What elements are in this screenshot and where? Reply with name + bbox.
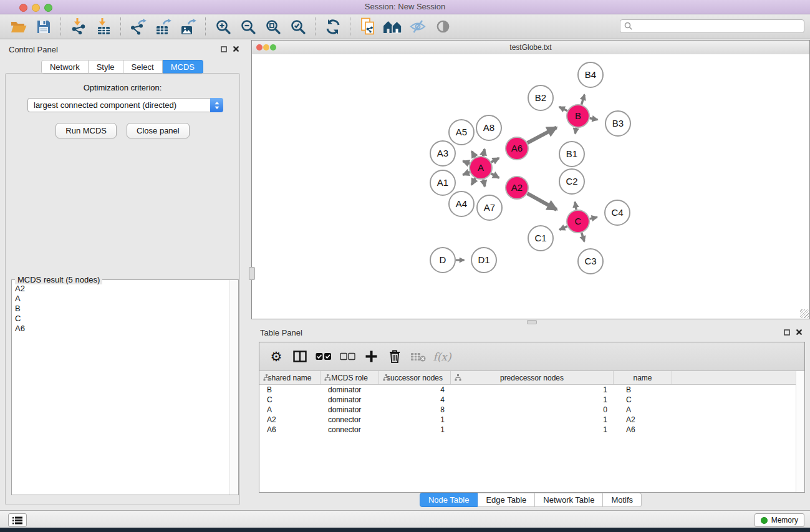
- table-row[interactable]: Bdominator41B: [259, 385, 796, 395]
- node-C[interactable]: C: [567, 210, 589, 233]
- horizontal-splitter-grip[interactable]: [527, 320, 537, 324]
- edge-C-C2[interactable]: [575, 202, 576, 210]
- memory-button[interactable]: Memory: [755, 513, 804, 527]
- column-header-MCDS-role[interactable]: MCDS role: [321, 371, 379, 384]
- zoom-selected-button[interactable]: [286, 16, 311, 37]
- mcds-result-item[interactable]: A2: [12, 284, 229, 294]
- node-A2[interactable]: A2: [506, 177, 528, 199]
- edge-B-B2[interactable]: [559, 107, 567, 110]
- column-header-shared-name[interactable]: shared name: [259, 371, 321, 384]
- node-A3[interactable]: A3: [430, 141, 455, 166]
- delete-table-button[interactable]: [407, 346, 430, 367]
- mcds-result-item[interactable]: C: [12, 314, 229, 324]
- column-header-successor-nodes[interactable]: successor nodes: [379, 371, 451, 384]
- criterion-dropdown[interactable]: largest connected component (directed): [27, 98, 223, 112]
- table-row[interactable]: Cdominator41C: [259, 395, 796, 405]
- search-box[interactable]: [620, 19, 804, 33]
- edge-A-A4[interactable]: [471, 178, 475, 185]
- tab-edge-table[interactable]: Edge Table: [478, 493, 535, 507]
- node-C2[interactable]: C2: [559, 169, 584, 194]
- tab-select[interactable]: Select: [123, 60, 163, 74]
- edge-A6-B[interactable]: [528, 127, 557, 143]
- close-table-panel-icon[interactable]: [796, 329, 803, 336]
- open-session-button[interactable]: [6, 16, 31, 37]
- edge-A-A2[interactable]: [491, 173, 499, 178]
- tab-network-table[interactable]: Network Table: [535, 493, 603, 507]
- deselect-all-button[interactable]: [335, 346, 359, 367]
- zoom-fit-button[interactable]: [261, 16, 286, 37]
- float-table-panel-icon[interactable]: [784, 329, 790, 336]
- show-all-views-button[interactable]: [380, 16, 405, 37]
- mcds-result-list[interactable]: A2ABCA6: [12, 284, 229, 494]
- edge-A-A3[interactable]: [463, 161, 470, 163]
- table-scrollbar[interactable]: [796, 371, 804, 492]
- export-network-button[interactable]: [126, 16, 151, 37]
- select-all-button[interactable]: [312, 346, 335, 367]
- node-B2[interactable]: B2: [528, 85, 553, 110]
- mcds-result-item[interactable]: B: [12, 304, 229, 314]
- import-table-button[interactable]: [91, 16, 116, 37]
- zoom-in-button[interactable]: [211, 16, 236, 37]
- column-header-predecessor-nodes[interactable]: predecessor nodes: [451, 371, 614, 384]
- add-row-button[interactable]: [359, 346, 383, 367]
- delete-row-button[interactable]: [383, 346, 407, 367]
- edge-C-C3[interactable]: [582, 233, 584, 241]
- run-mcds-button[interactable]: Run MCDS: [55, 123, 117, 138]
- save-session-button[interactable]: [31, 16, 56, 37]
- table-row[interactable]: A2connector11A2: [259, 415, 796, 425]
- node-B3[interactable]: B3: [605, 111, 630, 136]
- node-A6[interactable]: A6: [506, 137, 528, 160]
- tab-node-table[interactable]: Node Table: [420, 493, 478, 507]
- network-canvas[interactable]: B4B2BB3B1A5A8A6A3AA1A4A7A2C2CC4C1C3DD1: [252, 54, 809, 319]
- dropdown-stepper[interactable]: [210, 98, 223, 112]
- hide-views-button[interactable]: [405, 16, 430, 37]
- node-A1[interactable]: A1: [430, 170, 455, 195]
- panel-splitter-grip[interactable]: [249, 267, 255, 280]
- edge-A-A6[interactable]: [491, 158, 499, 162]
- column-header-name[interactable]: name: [614, 371, 672, 384]
- node-D1[interactable]: D1: [471, 248, 496, 273]
- node-B[interactable]: B: [567, 105, 589, 127]
- mcds-list-scrollbar[interactable]: [229, 280, 238, 495]
- mcds-result-item[interactable]: A: [12, 294, 229, 304]
- export-image-button[interactable]: [176, 16, 201, 37]
- node-C1[interactable]: C1: [528, 226, 553, 251]
- birds-eye-view-button[interactable]: [430, 16, 455, 37]
- node-C3[interactable]: C3: [578, 249, 603, 274]
- node-A5[interactable]: A5: [449, 120, 474, 145]
- table-row[interactable]: Adominator80A: [259, 405, 796, 415]
- zoom-out-button[interactable]: [236, 16, 261, 37]
- edge-A-A8[interactable]: [483, 149, 485, 156]
- node-A8[interactable]: A8: [476, 115, 501, 140]
- function-builder-button[interactable]: f(x): [430, 346, 454, 367]
- edge-B-B4[interactable]: [582, 95, 585, 105]
- edge-C-C1[interactable]: [559, 226, 567, 230]
- close-panel-icon[interactable]: [233, 46, 239, 52]
- window-resize-grip[interactable]: [800, 309, 809, 318]
- float-panel-icon[interactable]: [221, 46, 227, 52]
- node-B1[interactable]: B1: [559, 142, 584, 167]
- node-C4[interactable]: C4: [605, 200, 630, 225]
- clone-network-button[interactable]: [355, 16, 380, 37]
- export-table-button[interactable]: [151, 16, 176, 37]
- node-A[interactable]: A: [470, 157, 492, 179]
- network-graph[interactable]: B4B2BB3B1A5A8A6A3AA1A4A7A2C2CC4C1C3DD1: [252, 54, 809, 319]
- edge-B-B1[interactable]: [575, 128, 576, 133]
- edge-A-A7[interactable]: [483, 180, 485, 186]
- import-network-button[interactable]: [66, 16, 91, 37]
- node-D[interactable]: D: [430, 248, 455, 273]
- search-input[interactable]: [633, 21, 804, 32]
- refresh-layout-button[interactable]: [321, 16, 345, 37]
- mcds-result-item[interactable]: A6: [12, 324, 229, 334]
- close-panel-button[interactable]: Close panel: [127, 123, 190, 138]
- task-history-button[interactable]: [8, 513, 27, 527]
- table-row[interactable]: A6connector11A6: [259, 425, 796, 435]
- tab-mcds[interactable]: MCDS: [163, 60, 203, 74]
- show-columns-button[interactable]: [288, 346, 312, 367]
- edge-A-A5[interactable]: [472, 152, 475, 158]
- edge-C-C4[interactable]: [590, 217, 597, 219]
- edge-B-B3[interactable]: [590, 118, 598, 120]
- tab-style[interactable]: Style: [89, 60, 123, 74]
- edge-A2-C[interactable]: [528, 193, 557, 210]
- tab-network[interactable]: Network: [41, 60, 89, 74]
